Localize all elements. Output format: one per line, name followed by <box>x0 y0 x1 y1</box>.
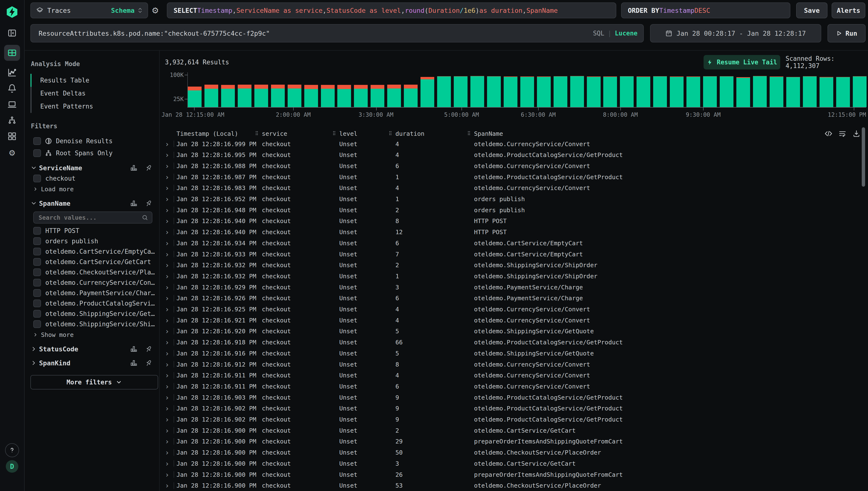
checkbox[interactable] <box>33 137 41 145</box>
histogram-bar[interactable] <box>471 76 484 107</box>
row-expand-chevron-icon[interactable] <box>165 305 169 314</box>
table-row[interactable]: Jan 28 12:28:16.934 PMcheckoutUnset6otel… <box>160 237 861 249</box>
histogram-bar[interactable] <box>537 77 551 107</box>
histogram-bar[interactable] <box>487 76 501 107</box>
table-row[interactable]: Jan 28 12:28:16.988 PMcheckoutUnset6otel… <box>160 161 861 171</box>
column-header[interactable]: service <box>262 130 287 137</box>
table-row[interactable]: Jan 28 12:28:16.900 PMcheckoutUnset2otel… <box>160 425 861 436</box>
chevrons-up-down-icon[interactable] <box>137 7 143 13</box>
histogram-bar[interactable] <box>321 85 335 107</box>
table-row[interactable]: Jan 28 12:28:16.926 PMcheckoutUnset6otel… <box>160 293 861 304</box>
row-expand-chevron-icon[interactable] <box>165 184 169 192</box>
row-expand-chevron-icon[interactable] <box>165 162 169 170</box>
table-row[interactable]: Jan 28 12:28:16.925 PMcheckoutUnset4otel… <box>160 304 861 315</box>
checkbox[interactable] <box>33 258 41 266</box>
checkbox[interactable] <box>33 237 41 245</box>
filter-group-header[interactable]: SpanName <box>25 198 159 209</box>
table-row[interactable]: Jan 28 12:28:16.921 PMcheckoutUnset4otel… <box>160 315 861 325</box>
histogram-bar[interactable] <box>686 77 700 107</box>
row-expand-chevron-icon[interactable] <box>165 393 169 402</box>
nav-sessions-laptop-icon[interactable] <box>7 100 17 109</box>
schema-button[interactable]: Schema <box>111 7 134 14</box>
histogram-bar[interactable] <box>720 76 734 107</box>
language-lucene-toggle[interactable]: Lucene <box>615 30 637 37</box>
histogram-bar[interactable] <box>703 76 717 107</box>
date-range-picker[interactable]: Jan 28 00:28:17 - Jan 28 12:28:17 <box>650 24 821 42</box>
row-expand-chevron-icon[interactable] <box>165 404 169 413</box>
view-source-code-icon[interactable] <box>825 130 832 138</box>
row-expand-chevron-icon[interactable] <box>165 448 169 457</box>
row-expand-chevron-icon[interactable] <box>165 294 169 302</box>
filter-value[interactable]: orders publish <box>33 236 159 246</box>
row-expand-chevron-icon[interactable] <box>165 371 169 380</box>
checkbox[interactable] <box>33 289 41 297</box>
histogram-bar[interactable] <box>255 85 268 107</box>
table-row[interactable]: Jan 28 12:28:16.952 PMcheckoutUnset1orde… <box>160 194 861 204</box>
table-row[interactable]: Jan 28 12:28:16.940 PMcheckoutUnset12HTT… <box>160 227 861 237</box>
histogram-bar[interactable] <box>188 87 202 107</box>
resume-live-tail-button[interactable]: Resume Live Tail <box>704 55 780 69</box>
row-expand-chevron-icon[interactable] <box>165 151 169 159</box>
histogram-bar[interactable] <box>770 77 783 107</box>
row-expand-chevron-icon[interactable] <box>165 173 169 181</box>
histogram-bar[interactable] <box>786 77 800 107</box>
table-row[interactable]: Jan 28 12:28:16.916 PMcheckoutUnset5otel… <box>160 348 861 358</box>
filter-value[interactable]: oteldemo.CartService/GetCart <box>33 257 159 267</box>
select-clause-editor[interactable]: SELECT Timestamp, ServiceName as service… <box>167 2 616 18</box>
filter-group-footer[interactable]: Load more <box>33 183 159 195</box>
table-row[interactable]: Jan 28 12:28:16.900 PMcheckoutUnset3otel… <box>160 458 861 469</box>
table-row[interactable]: Jan 28 12:28:16.903 PMcheckoutUnset9otel… <box>160 392 861 403</box>
table-row[interactable]: Jan 28 12:28:16.911 PMcheckoutUnset6otel… <box>160 381 861 392</box>
app-logo-icon[interactable] <box>6 6 18 18</box>
vertical-scrollbar[interactable] <box>862 127 865 187</box>
histogram-bar[interactable] <box>836 77 850 107</box>
histogram-bar[interactable] <box>736 77 750 107</box>
histogram-bar[interactable] <box>603 77 617 107</box>
filter-group-footer[interactable]: Show more <box>33 329 159 340</box>
checkbox[interactable] <box>33 268 41 276</box>
table-row[interactable]: Jan 28 12:28:16.900 PMcheckoutUnset26pre… <box>160 469 861 480</box>
histogram-bar[interactable] <box>587 77 601 107</box>
row-expand-chevron-icon[interactable] <box>165 206 169 214</box>
row-expand-chevron-icon[interactable] <box>165 360 169 369</box>
row-expand-chevron-icon[interactable] <box>165 437 169 446</box>
table-row[interactable]: Jan 28 12:28:16.933 PMcheckoutUnset7otel… <box>160 249 861 259</box>
filter-value[interactable]: checkout <box>33 173 159 183</box>
histogram-bar[interactable] <box>653 76 667 107</box>
row-expand-chevron-icon[interactable] <box>165 426 169 435</box>
histogram-bar[interactable] <box>570 76 584 107</box>
histogram-bar[interactable] <box>753 76 767 107</box>
search-bar[interactable]: SQL | Lucene <box>30 24 644 42</box>
row-expand-chevron-icon[interactable] <box>165 250 169 258</box>
row-expand-chevron-icon[interactable] <box>165 327 169 336</box>
histogram-bar[interactable] <box>636 77 650 107</box>
filter-search-input[interactable] <box>38 214 142 221</box>
table-row[interactable]: Jan 28 12:28:16.918 PMcheckoutUnset66ote… <box>160 337 861 348</box>
row-expand-chevron-icon[interactable] <box>165 140 169 148</box>
collapse-sidebar-icon[interactable] <box>7 28 17 38</box>
checkbox[interactable] <box>33 310 41 318</box>
filter-value[interactable]: HTTP POST <box>33 226 159 236</box>
filter-group-header[interactable]: ServiceName <box>25 163 159 173</box>
row-expand-chevron-icon[interactable] <box>165 261 169 269</box>
filter-group-header[interactable]: SpanKind <box>25 358 159 368</box>
row-expand-chevron-icon[interactable] <box>165 382 169 391</box>
nav-services-icon[interactable] <box>7 116 17 125</box>
histogram-bar[interactable] <box>437 76 451 107</box>
row-expand-chevron-icon[interactable] <box>165 481 169 490</box>
histogram-bar[interactable] <box>288 85 301 107</box>
row-expand-chevron-icon[interactable] <box>165 272 169 280</box>
row-expand-chevron-icon[interactable] <box>165 459 169 468</box>
column-header[interactable]: SpanName <box>474 130 503 137</box>
row-expand-chevron-icon[interactable] <box>165 316 169 324</box>
wrap-text-icon[interactable] <box>839 130 846 138</box>
histogram-bar[interactable] <box>620 76 634 107</box>
column-grip-icon[interactable] <box>332 131 337 137</box>
filter-value[interactable]: oteldemo.CheckoutService/Pla… <box>33 267 159 277</box>
column-header[interactable]: duration <box>395 130 424 137</box>
filter-value[interactable]: oteldemo.ProductCatalogServi… <box>33 298 159 309</box>
checkbox[interactable] <box>33 175 41 182</box>
histogram-bar[interactable] <box>803 76 817 107</box>
checkbox[interactable] <box>33 320 41 328</box>
column-grip-icon[interactable] <box>466 131 472 137</box>
